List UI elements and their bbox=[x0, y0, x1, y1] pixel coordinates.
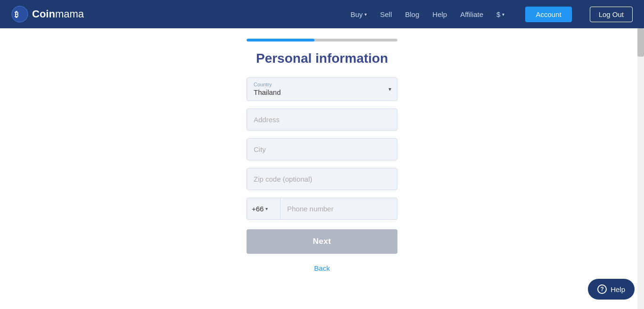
next-button[interactable]: Next bbox=[247, 229, 397, 254]
scrollbar-thumb[interactable] bbox=[637, 28, 644, 57]
account-button[interactable]: Account bbox=[525, 7, 571, 22]
brand-mama: mama bbox=[55, 8, 84, 20]
zip-input[interactable] bbox=[247, 168, 397, 190]
logout-button[interactable]: Log Out bbox=[590, 7, 633, 22]
city-input[interactable] bbox=[247, 138, 397, 160]
nav-affiliate[interactable]: Affiliate bbox=[460, 10, 483, 18]
currency-chevron-icon: ▾ bbox=[502, 12, 504, 17]
nav-help[interactable]: Help bbox=[432, 10, 447, 18]
buy-chevron-icon: ▾ bbox=[364, 12, 367, 17]
help-circle-icon: ? bbox=[597, 284, 607, 294]
phone-code-text: +66 bbox=[252, 205, 264, 213]
progress-fill bbox=[247, 39, 314, 42]
nav-buy[interactable]: Buy ▾ bbox=[350, 10, 367, 18]
back-button[interactable]: Back bbox=[247, 261, 397, 275]
page-title: Personal information bbox=[256, 51, 388, 66]
phone-input[interactable] bbox=[281, 198, 397, 220]
phone-code-chevron-icon: ▾ bbox=[265, 206, 268, 211]
nav-blog[interactable]: Blog bbox=[405, 10, 419, 18]
navbar: ₿ Coinmama Buy ▾ Sell Blog Help Affiliat… bbox=[0, 0, 644, 28]
progress-track bbox=[247, 39, 397, 42]
address-input[interactable] bbox=[247, 109, 397, 131]
country-select[interactable]: Thailand bbox=[254, 88, 390, 96]
svg-text:₿: ₿ bbox=[15, 10, 18, 18]
scrollbar-track[interactable] bbox=[637, 28, 644, 309]
brand-coin: Coin bbox=[32, 8, 55, 20]
help-button[interactable]: ? Help bbox=[588, 279, 635, 300]
nav-links: Buy ▾ Sell Blog Help Affiliate $ ▾ Accou… bbox=[350, 7, 633, 22]
country-label: Country bbox=[254, 82, 390, 87]
brand-logo[interactable]: ₿ Coinmama bbox=[11, 6, 84, 23]
brand-icon: ₿ bbox=[11, 6, 28, 23]
main-content: Personal information Country Thailand ▾ … bbox=[0, 46, 644, 289]
phone-code-selector[interactable]: +66 ▾ bbox=[247, 198, 281, 220]
country-select-wrapper[interactable]: Country Thailand ▾ bbox=[247, 77, 397, 101]
form-container: Country Thailand ▾ +66 ▾ Next Back bbox=[247, 77, 397, 275]
brand-name: Coinmama bbox=[32, 8, 84, 20]
phone-row: +66 ▾ bbox=[247, 198, 397, 220]
nav-currency[interactable]: $ ▾ bbox=[496, 10, 504, 18]
help-label: Help bbox=[611, 285, 625, 293]
progress-container bbox=[0, 28, 644, 46]
nav-sell[interactable]: Sell bbox=[380, 10, 392, 18]
